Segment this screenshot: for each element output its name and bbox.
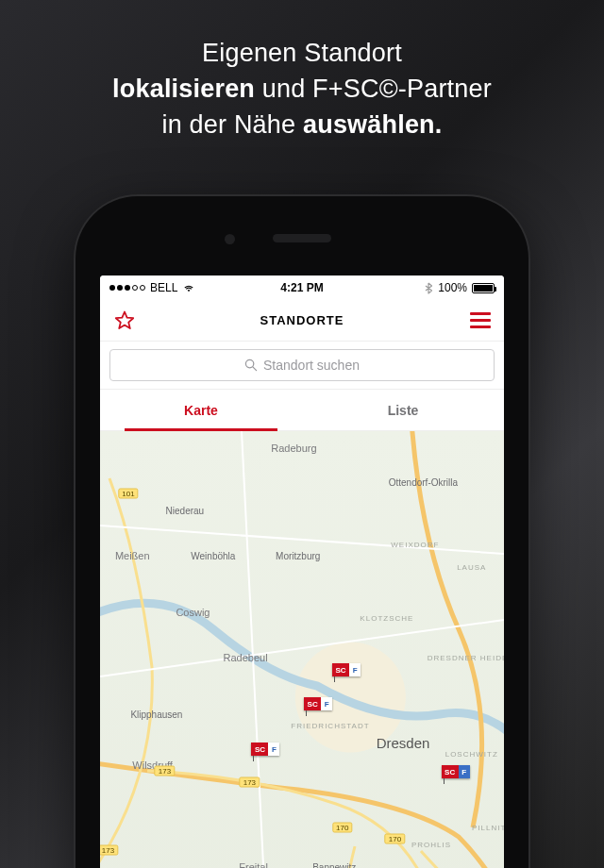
map-city-label: LOSCHWITZ [445,750,498,759]
phone-frame: BELL 4:21 PM 100% [76,196,528,868]
map-city-label: FRIEDRICHSTADT [291,722,369,730]
ios-status-bar: BELL 4:21 PM 100% [100,275,504,300]
page-title: STANDORTE [260,313,344,327]
map-city-label: Weinböhla [191,551,235,561]
map-city-label: LAUSA [457,563,486,572]
search-placeholder: Standort suchen [263,358,360,373]
map-city-label: DRESDNER HEIDE [428,654,504,662]
map-view[interactable]: RadeburgOttendorf-OkrillaNiederauMeißenW… [100,431,504,868]
map-city-label: Klipphausen [130,709,182,720]
map-city-label: Moritzburg [276,551,320,561]
svg-point-0 [245,359,253,367]
map-road-shield: 173 [155,766,175,776]
map-city-label: PILLNITZ [472,824,504,832]
map-roads-layer [100,431,504,868]
map-city-label: Radeburg [271,442,316,454]
map-city-label: KLOTZSCHE [360,614,413,623]
promo-headline: Eigenen Standort lokalisieren und F+SC©-… [0,36,604,142]
map-road-shield: 101 [118,489,138,499]
map-road-shield: 173 [100,845,118,856]
svg-line-1 [253,367,257,371]
view-tabs: Karte Liste [100,390,504,431]
map-city-label: Dresden [377,735,430,751]
promo-line1: Eigenen Standort [202,39,402,67]
clock-label: 4:21 PM [100,281,504,294]
map-city-label: Niederau [166,506,205,516]
map-city-label: PROHLIS [411,841,451,849]
map-road-shield: 170 [332,823,352,833]
app-header: STANDORTE [100,300,504,342]
map-city-label: Meißen [115,550,150,561]
promo-line3-bold: auswählen. [303,110,443,139]
map-city-label: Ottendorf-Okrilla [389,477,458,488]
map-partner-pin[interactable]: SCF [251,743,279,760]
tab-liste[interactable]: Liste [302,390,504,430]
map-road-shield: 170 [385,834,405,844]
map-partner-pin[interactable]: SCF [442,765,470,782]
battery-icon [472,283,495,293]
promo-line3-a: in der Nähe [161,110,303,139]
tab-karte-label: Karte [184,403,218,418]
map-partner-pin[interactable]: SCF [304,697,332,714]
map-city-label: Radebeul [224,652,268,663]
hamburger-menu-icon[interactable] [470,312,491,329]
search-icon [244,359,258,372]
tab-karte[interactable]: Karte [100,390,302,430]
promo-line2-rest: und F+SC©-Partner [255,75,492,103]
map-city-label: Bannewitz [312,862,356,869]
map-partner-pin[interactable]: SCF [332,663,361,680]
promo-line2-bold: lokalisieren [112,75,255,103]
map-road-shield: 173 [240,777,260,788]
favorite-star-icon[interactable] [113,309,136,332]
map-city-label: Coswig [176,607,210,618]
tab-liste-label: Liste [388,403,419,418]
phone-screen: BELL 4:21 PM 100% [100,275,504,868]
map-city-label: Freital [239,861,268,868]
search-input[interactable]: Standort suchen [109,349,495,381]
map-city-label: WEIXDORF [391,541,439,549]
